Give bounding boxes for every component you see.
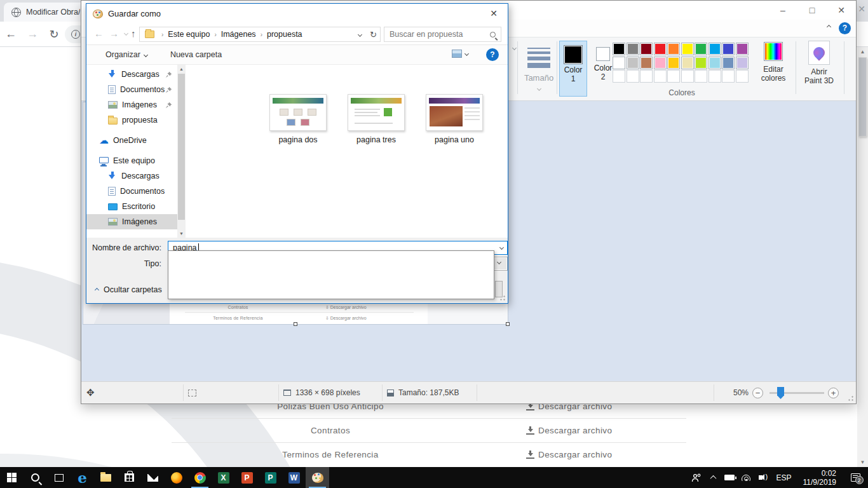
download-link[interactable]: Descargar archivo: [526, 450, 612, 459]
page-scrollbar[interactable]: ▲ ▼: [857, 47, 868, 467]
tray-overflow-icon[interactable]: [705, 467, 721, 488]
breadcrumb-dropdown-icon[interactable]: [358, 32, 362, 36]
palette-swatch[interactable]: [695, 43, 707, 55]
taskbar-search-button[interactable]: [24, 467, 47, 488]
palette-swatch[interactable]: [627, 70, 639, 83]
scroll-down-icon[interactable]: ▼: [177, 229, 186, 238]
clock[interactable]: 0:02 11/9/2019: [797, 469, 843, 487]
sidebar-item-escritorio[interactable]: Escritorio: [86, 199, 177, 214]
start-button[interactable]: [0, 467, 24, 488]
info-icon[interactable]: i: [71, 30, 80, 39]
back-icon[interactable]: ←: [0, 27, 22, 41]
palette-swatch[interactable]: [654, 57, 667, 69]
file-pagina-tres[interactable]: pagina tres: [341, 94, 411, 144]
cancel-button-partial[interactable]: [495, 281, 503, 297]
scroll-up-icon[interactable]: ▲: [857, 47, 868, 57]
canvas-resize-handle-bottom[interactable]: [294, 322, 297, 326]
palette-swatch[interactable]: [722, 43, 735, 55]
filetype-dropdown-button[interactable]: [494, 258, 506, 269]
palette-swatch[interactable]: [681, 70, 694, 83]
taskbar-excel[interactable]: X: [212, 467, 235, 488]
breadcrumb[interactable]: › Este equipo › Imágenes › propuesta: [139, 27, 367, 42]
sidebar-item-onedrive[interactable]: ☁ OneDrive: [86, 133, 177, 148]
wifi-icon[interactable]: [738, 467, 754, 488]
view-mode-button[interactable]: [452, 50, 468, 58]
palette-swatch[interactable]: [613, 57, 625, 69]
sidebar-item-documentos[interactable]: Documentos: [86, 82, 177, 97]
language-indicator[interactable]: ESP: [771, 473, 796, 482]
palette-swatch[interactable]: [709, 70, 721, 83]
taskbar-paint[interactable]: [306, 467, 329, 488]
sidebar-item-descargas-pc[interactable]: Descargas: [86, 168, 177, 184]
breadcrumb-item[interactable]: propuesta: [267, 30, 302, 39]
palette-swatch[interactable]: [667, 57, 680, 69]
organize-button[interactable]: Organizar: [105, 50, 147, 59]
forward-icon[interactable]: →: [22, 27, 43, 41]
size-button[interactable]: Tamaño: [520, 41, 558, 97]
scrollbar-thumb[interactable]: [858, 57, 867, 137]
sidebar-item-descargas[interactable]: Descargas: [86, 67, 177, 82]
task-view-button[interactable]: [47, 467, 71, 488]
palette-swatch[interactable]: [667, 43, 680, 55]
palette-swatch[interactable]: [613, 43, 625, 55]
nav-history-icon[interactable]: [124, 31, 128, 36]
taskbar-publisher[interactable]: P: [259, 467, 282, 488]
sidebar-item-imagenes-pc[interactable]: Imágenes: [86, 214, 177, 229]
reload-icon[interactable]: ↻: [43, 27, 65, 41]
palette-swatch[interactable]: [695, 70, 707, 83]
taskbar-edge[interactable]: e: [71, 467, 94, 488]
palette-swatch[interactable]: [654, 70, 667, 83]
sidebar-item-documentos-pc[interactable]: Documentos: [86, 184, 177, 199]
sidebar-item-propuesta[interactable]: propuesta: [86, 112, 177, 128]
palette-swatch[interactable]: [722, 57, 735, 69]
battery-icon[interactable]: [721, 467, 738, 488]
download-link[interactable]: Descargar archivo: [526, 426, 612, 435]
edit-colors-button[interactable]: Editar colores: [754, 41, 793, 98]
nav-up-icon[interactable]: ↑: [131, 28, 136, 39]
color1-button[interactable]: Color 1: [559, 41, 587, 97]
palette-swatch[interactable]: [627, 57, 639, 69]
zoom-in-button[interactable]: +: [828, 382, 839, 403]
filename-autocomplete-panel[interactable]: [168, 250, 494, 299]
palette-swatch[interactable]: [709, 57, 721, 69]
search-box[interactable]: Buscar en propuesta: [384, 27, 501, 42]
palette-swatch[interactable]: [667, 70, 680, 83]
filename-dropdown-icon[interactable]: [499, 245, 504, 250]
file-pagina-dos[interactable]: pagina dos: [263, 94, 333, 144]
new-folder-button[interactable]: Nueva carpeta: [170, 50, 222, 59]
palette-swatch[interactable]: [736, 57, 749, 69]
breadcrumb-item[interactable]: Este equipo: [168, 30, 210, 39]
nav-back-icon[interactable]: ←: [94, 28, 104, 39]
hide-folders-button[interactable]: Ocultar carpetas: [95, 285, 162, 294]
chrome-close-icon[interactable]: ✕: [858, 4, 865, 14]
dialog-help-button[interactable]: ?: [486, 48, 499, 61]
palette-swatch[interactable]: [681, 57, 694, 69]
open-paint3d-button[interactable]: Abrir Paint 3D: [798, 41, 840, 98]
file-pagina-uno[interactable]: pagina uno: [419, 94, 489, 144]
sidebar-item-este-equipo[interactable]: Este equipo: [86, 153, 177, 168]
dialog-close-icon[interactable]: ✕: [480, 4, 508, 24]
paint-help-button[interactable]: ?: [839, 22, 851, 34]
palette-swatch[interactable]: [736, 70, 749, 83]
taskbar-word[interactable]: W: [282, 467, 306, 488]
canvas-resize-handle-corner[interactable]: [506, 322, 510, 326]
palette-swatch[interactable]: [681, 43, 694, 55]
scroll-down-icon[interactable]: ▼: [857, 458, 868, 467]
scroll-up-icon[interactable]: ▲: [177, 65, 186, 73]
palette-swatch[interactable]: [736, 43, 749, 55]
taskbar-powerpoint[interactable]: P: [235, 467, 259, 488]
taskbar-store[interactable]: [118, 467, 141, 488]
collapse-ribbon-icon[interactable]: [827, 25, 831, 29]
notification-center-button[interactable]: 2: [843, 467, 868, 488]
taskbar-firefox[interactable]: [165, 467, 188, 488]
maximize-button[interactable]: □: [797, 1, 827, 20]
minimize-button[interactable]: –: [768, 1, 797, 20]
palette-swatch[interactable]: [722, 70, 735, 83]
zoom-slider-thumb[interactable]: [777, 387, 784, 399]
people-icon[interactable]: [688, 467, 705, 488]
palette-swatch[interactable]: [654, 43, 667, 55]
palette-swatch[interactable]: [709, 43, 721, 55]
refresh-button[interactable]: ↻: [367, 27, 381, 42]
scrollbar-thumb[interactable]: [178, 74, 185, 220]
zoom-out-button[interactable]: −: [752, 382, 763, 403]
